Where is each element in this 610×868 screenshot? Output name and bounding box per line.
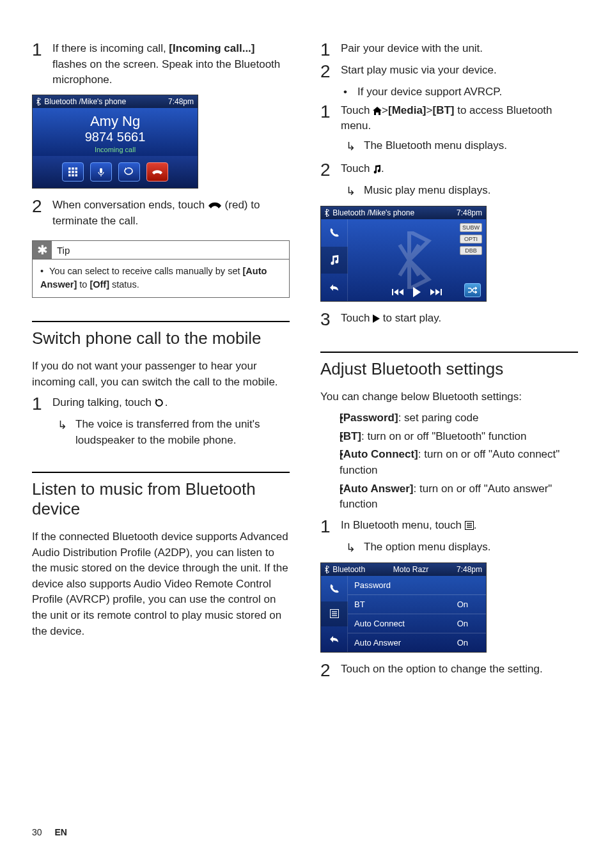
badge-opti[interactable]: OPTI: [460, 235, 482, 244]
play-icon[interactable]: [412, 287, 421, 297]
tab-list[interactable]: [321, 601, 348, 627]
bt-header-title: Bluetooth /Mike's phone: [36, 97, 126, 106]
badge-subw[interactable]: SUBW: [460, 223, 482, 232]
step-number: 2: [320, 161, 341, 179]
tab-phone[interactable]: [321, 576, 348, 601]
play-icon: [373, 314, 380, 323]
text: The Bluetooth menu displays.: [364, 138, 507, 155]
screenshot-bt-music: Bluetooth /Mike's phone 7:48pm SUBW OPT: [320, 206, 487, 302]
caller-name: Amy Ng: [33, 113, 198, 130]
end-call-button[interactable]: [146, 162, 168, 182]
ui-ref: [Password]: [340, 412, 398, 424]
svg-rect-5: [75, 171, 78, 173]
ui-ref: [BT]: [340, 430, 361, 442]
text: If there is incoming call,: [52, 42, 169, 54]
step-number: 2: [32, 198, 52, 229]
text: If your device support AVRCP.: [357, 84, 502, 100]
bt-header-title: Bluetooth /Mike's phone: [325, 208, 414, 217]
keypad-button[interactable]: [62, 162, 84, 182]
arrow-icon: ↳: [58, 417, 75, 448]
step-number: 1: [320, 41, 341, 59]
badge-dbb[interactable]: DBB: [460, 246, 482, 255]
music-note-icon: [373, 165, 381, 174]
text: Music play menu displays.: [364, 183, 490, 199]
ui-ref: [BT]: [432, 104, 454, 116]
svg-rect-10: [392, 289, 393, 295]
setting-row-auto-answer[interactable]: Auto AnswerOn: [348, 633, 486, 652]
text: >: [426, 104, 433, 116]
r-substep3: 3 Touch to start play.: [320, 311, 578, 329]
r-step2: 2 Start play music via your device.: [320, 63, 578, 81]
text: .: [165, 396, 168, 408]
tab-music[interactable]: [321, 247, 348, 274]
lang-code: EN: [54, 827, 66, 837]
tip-label: Tip: [57, 242, 70, 258]
page-footer: 30 EN: [32, 827, 67, 837]
step-1: 1 If there is incoming call, [Incoming c…: [32, 41, 290, 88]
svg-rect-11: [441, 289, 442, 295]
s4-step2: 2 Touch on the option to change the sett…: [320, 662, 578, 679]
step-number: 1: [320, 103, 341, 134]
tab-back[interactable]: [321, 626, 348, 652]
text: status.: [109, 279, 139, 290]
bt-header-time: 7:48pm: [457, 565, 482, 574]
r-substep2: 2 Touch .: [320, 161, 578, 179]
arrow-icon: ↳: [346, 183, 364, 199]
mute-button[interactable]: [90, 162, 112, 182]
text: Touch: [341, 162, 373, 174]
text: Start play music via your device.: [341, 63, 578, 81]
step-2: 2 When conversation ends, touch (red) to…: [32, 198, 290, 229]
next-track-icon[interactable]: [430, 288, 442, 297]
paragraph: If the connected Bluetooth device suppor…: [32, 529, 290, 639]
text: to start play.: [380, 312, 441, 324]
home-icon: [373, 107, 382, 115]
svg-rect-2: [75, 167, 78, 170]
text: The option menu displays.: [364, 539, 490, 556]
screenshot-bt-settings: Bluetooth Moto Razr 7:48pm Password BTOn…: [320, 562, 487, 653]
step-number: 1: [320, 518, 341, 536]
ui-ref: [Incoming call...]: [169, 42, 254, 54]
section-title-switch-call: Switch phone call to the mobile: [32, 329, 290, 348]
text: In Bluetooth menu, touch: [341, 519, 465, 531]
text: >: [382, 104, 388, 116]
page-number: 30: [32, 827, 42, 837]
transfer-icon: [155, 399, 165, 408]
text: flashes on the screen. Speak into the Bl…: [52, 58, 280, 86]
svg-rect-8: [75, 174, 78, 176]
text: Touch: [341, 312, 373, 324]
transfer-button[interactable]: [118, 162, 140, 182]
bullet: •If your device support AVRCP.: [343, 84, 578, 100]
r-substep1: 1 Touch >[Media]>[BT] to access Bluetoot…: [320, 103, 578, 134]
list-menu-icon: [465, 521, 474, 530]
text: .: [474, 519, 477, 531]
result-note: ↳ Music play menu displays.: [346, 183, 578, 199]
s4-step1: 1 In Bluetooth menu, touch .: [320, 518, 578, 536]
step-number: 2: [320, 63, 341, 81]
r-step1: 1 Pair your device with the unit.: [320, 41, 578, 59]
text: : set paring code: [398, 412, 479, 424]
result-note: ↳ The option menu displays.: [346, 539, 578, 556]
tab-back[interactable]: [321, 274, 348, 301]
step-number: 1: [32, 41, 52, 88]
svg-rect-6: [68, 174, 71, 176]
prev-track-icon[interactable]: [392, 288, 403, 297]
text: You can select to receive calls manually…: [49, 266, 243, 276]
tab-phone[interactable]: [321, 219, 348, 247]
svg-rect-0: [68, 167, 71, 170]
bt-header-device: Moto Razr: [393, 565, 428, 574]
text: Touch: [341, 104, 373, 116]
shuffle-button[interactable]: [464, 283, 481, 297]
text: When conversation ends, touch: [52, 199, 208, 211]
arrow-icon: ↳: [346, 138, 364, 155]
call-status: Incoming call: [33, 146, 198, 153]
bt-header-time: 7:48pm: [168, 97, 194, 106]
svg-rect-7: [72, 174, 74, 176]
paragraph: If you do not want your passenger to hea…: [32, 359, 290, 390]
section-title-listen-music: Listen to music from Bluetooth device: [32, 479, 290, 519]
text: During talking, touch: [52, 396, 155, 408]
bt-header-title: Bluetooth: [325, 565, 365, 574]
setting-row-bt[interactable]: BTOn: [348, 595, 486, 614]
text: .: [381, 162, 384, 174]
setting-row-auto-connect[interactable]: Auto ConnectOn: [348, 614, 486, 633]
setting-row-password[interactable]: Password: [348, 576, 486, 595]
